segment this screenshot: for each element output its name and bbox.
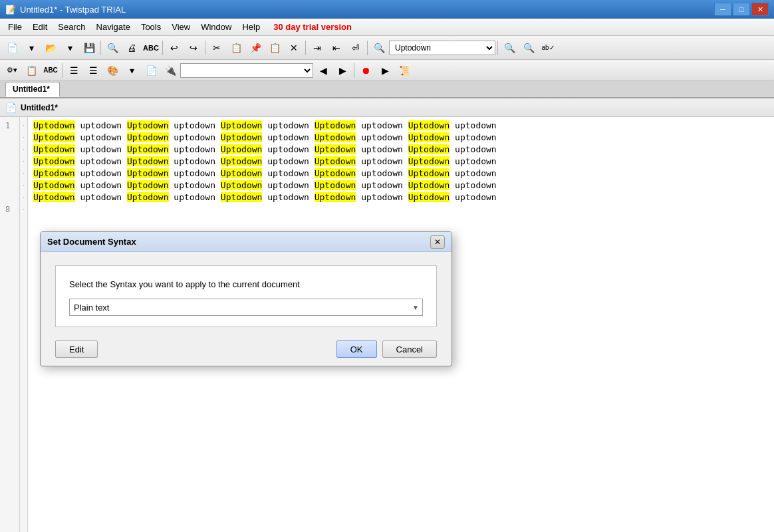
menu-view[interactable]: View	[166, 20, 195, 34]
record-button[interactable]: ⏺	[356, 61, 375, 80]
autotext-button[interactable]: ABC	[41, 61, 60, 80]
maximize-button[interactable]: □	[733, 3, 750, 16]
play-button[interactable]: ▶	[376, 61, 394, 80]
script-button[interactable]: 📜	[395, 61, 414, 80]
outdent-button[interactable]: ⇤	[327, 39, 346, 57]
cut-button[interactable]: ✂	[207, 39, 226, 57]
template-button[interactable]: 📄	[142, 61, 160, 80]
menu-tools[interactable]: Tools	[136, 20, 166, 34]
color-dropdown-button[interactable]: ▾	[122, 61, 141, 80]
menu-help[interactable]: Help	[237, 20, 265, 34]
macro-button[interactable]: ⚙▾	[3, 61, 21, 80]
paste-button[interactable]: 📌	[246, 39, 265, 57]
redo-button[interactable]: ↪	[184, 39, 203, 57]
toolbar-secondary: ⚙▾ 📋 ABC ☰ ☰ 🎨 ▾ 📄 🔌 ◀ ▶ ⏺ ▶ 📜	[0, 60, 774, 81]
edit-button[interactable]: Edit	[55, 340, 98, 358]
list-button[interactable]: ☰	[64, 61, 83, 80]
dialog-title: Set Document Syntax	[47, 237, 430, 247]
dialog-close-button[interactable]: ✕	[430, 235, 445, 249]
tab-bar: Untitled1*	[0, 81, 774, 98]
indent-button[interactable]: ⇥	[308, 39, 326, 57]
separator-7	[62, 63, 63, 78]
separator-2	[162, 41, 163, 55]
modal-overlay: Set Document Syntax ✕ Select the Syntax …	[0, 98, 774, 532]
menu-search[interactable]: Search	[53, 20, 90, 34]
open-dropdown-button[interactable]: ▾	[61, 39, 79, 57]
syntax-select[interactable]: Plain text C/C++ CSS HTML Java JavaScrip…	[69, 299, 423, 316]
menu-window[interactable]: Window	[195, 20, 237, 34]
syntax-select-wrapper: Plain text C/C++ CSS HTML Java JavaScrip…	[69, 299, 423, 316]
spellcheck2-button[interactable]: ab✓	[539, 39, 557, 57]
color-button[interactable]: 🎨	[103, 61, 122, 80]
trial-label: 30 day trial version	[268, 20, 357, 34]
separator-8	[354, 63, 354, 78]
tab-label: Untitled1*	[13, 84, 50, 94]
separator-1	[100, 41, 101, 55]
filter-right-button[interactable]: ▶	[333, 61, 352, 80]
spellcheck-button[interactable]: ABC	[142, 39, 160, 57]
filter-dropdown[interactable]	[180, 63, 313, 78]
title-bar: 📝 Untitled1* - Twistpad TRIAL ─ □ ✕	[0, 0, 774, 19]
cancel-button[interactable]: Cancel	[382, 340, 437, 358]
separator-6	[497, 41, 498, 55]
clipboard-button[interactable]: 📋	[22, 61, 41, 80]
dialog-body: Select the Syntax you want to apply to t…	[55, 265, 437, 327]
separator-3	[205, 41, 205, 55]
editor-area: 📄 Untitled1* 1 8 · · · · · ·	[0, 98, 774, 532]
dialog-titlebar: Set Document Syntax ✕	[41, 232, 452, 252]
filter-left-button[interactable]: ◀	[314, 61, 332, 80]
plugin-button[interactable]: 🔌	[161, 61, 180, 80]
paste2-button[interactable]: 📋	[265, 39, 284, 57]
set-document-syntax-dialog: Set Document Syntax ✕ Select the Syntax …	[40, 231, 452, 366]
menu-edit[interactable]: Edit	[27, 20, 53, 34]
search-dropdown[interactable]: Uptodown	[389, 41, 495, 55]
toolbar-main: 📄 ▾ 📂 ▾ 💾 🔍 🖨 ABC ↩ ↪ ✂ 📋 📌 📋 ✕ ⇥ ⇤ ⏎ 🔍 …	[0, 36, 774, 60]
dialog-description: Select the Syntax you want to apply to t…	[69, 279, 423, 289]
window-controls: ─ □ ✕	[714, 3, 769, 16]
separator-5	[367, 41, 368, 55]
menu-navigate[interactable]: Navigate	[91, 20, 136, 34]
tab-untitled1[interactable]: Untitled1*	[5, 82, 60, 97]
find-all-button[interactable]: 🔍	[500, 39, 519, 57]
menu-file[interactable]: File	[3, 20, 27, 34]
open-button[interactable]: 📂	[41, 39, 60, 57]
find-button[interactable]: 🔍	[370, 39, 388, 57]
save-button[interactable]: 💾	[80, 39, 98, 57]
new-dropdown-button[interactable]: ▾	[22, 39, 41, 57]
wrap-button[interactable]: ⏎	[346, 39, 365, 57]
menu-bar: File Edit Search Navigate Tools View Win…	[0, 19, 774, 36]
ok-button[interactable]: OK	[336, 340, 377, 358]
minimize-button[interactable]: ─	[714, 3, 731, 16]
print-preview-button[interactable]: 🔍	[103, 39, 122, 57]
replace-button[interactable]: 🔍	[519, 39, 538, 57]
delete-button[interactable]: ✕	[285, 39, 303, 57]
print-button[interactable]: 🖨	[122, 39, 141, 57]
separator-4	[305, 41, 306, 55]
undo-button[interactable]: ↩	[165, 39, 184, 57]
new-button[interactable]: 📄	[3, 39, 21, 57]
copy-button[interactable]: 📋	[227, 39, 245, 57]
app-icon: 📝	[5, 4, 16, 15]
dialog-footer: Edit OK Cancel	[50, 332, 442, 363]
window-title: Untitled1* - Twistpad TRIAL	[20, 5, 126, 15]
close-button[interactable]: ✕	[751, 3, 769, 16]
list2-button[interactable]: ☰	[84, 61, 102, 80]
